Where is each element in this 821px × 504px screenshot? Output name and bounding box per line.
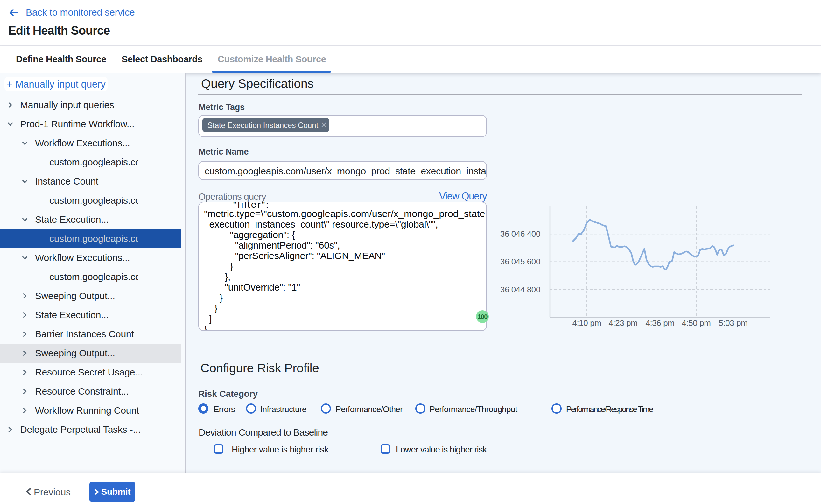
svg-text:5:03 pm: 5:03 pm xyxy=(719,318,747,328)
svg-text:36 046 400: 36 046 400 xyxy=(500,229,540,239)
svg-text:4:36 pm: 4:36 pm xyxy=(645,318,674,328)
svg-text:36 045 600: 36 045 600 xyxy=(500,257,540,266)
svg-text:4:23 pm: 4:23 pm xyxy=(608,318,637,328)
svg-text:36 044 800: 36 044 800 xyxy=(500,285,540,294)
svg-text:4:50 pm: 4:50 pm xyxy=(682,318,711,328)
svg-text:4:10 pm: 4:10 pm xyxy=(572,318,601,328)
